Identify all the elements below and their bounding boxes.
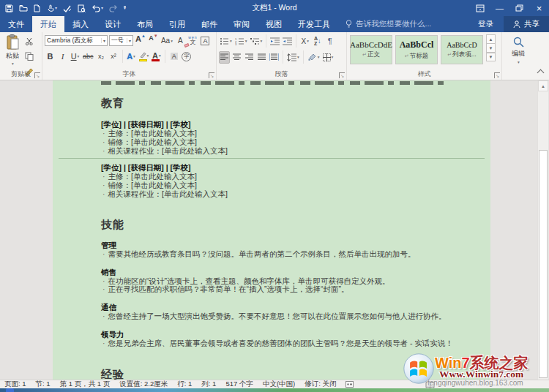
text-effects-button[interactable]: A▾ <box>126 50 137 63</box>
shrink-font-button[interactable]: A▼ <box>148 34 159 47</box>
borders-button[interactable]: ▾ <box>322 51 335 64</box>
numbering-button[interactable]: 123▾ <box>234 35 248 48</box>
skill-title: 领导力 <box>101 330 490 339</box>
font-size-combo[interactable]: 一号▾ <box>109 35 133 46</box>
ribbon-tab-row: 文件 开始 插入 设计 布局 引用 邮件 审阅 视图 开发工具 告诉我您想要做什… <box>0 16 549 32</box>
gallery-more-icon[interactable]: ▼ <box>486 52 496 61</box>
row-divider <box>59 158 485 159</box>
asian-layout-button[interactable]: X▾ <box>299 35 310 48</box>
highlight-button[interactable]: ▾ <box>138 50 150 63</box>
align-right-button[interactable] <box>244 51 255 64</box>
strikethrough-button[interactable]: abc <box>82 50 94 63</box>
tab-developer[interactable]: 开发工具 <box>290 16 338 32</box>
styles-group-label: 样式 <box>347 69 501 79</box>
scroll-up-icon[interactable]: ▲ <box>538 80 548 91</box>
editing-button[interactable]: 编辑 ▾ <box>502 34 534 64</box>
paragraph-group: ▾ 123▾ ▾ X▾ AZ↓ ¶ ▾ ▾ ▾ <box>217 32 347 80</box>
entry-title: [学位] | [获得日期] | [学校] <box>101 163 490 172</box>
skill-bullet: 您是兄弟会主席、居民董事会领导或者喜爱的慈善团体的团队主管吗？您是天生的领导者 … <box>102 339 490 348</box>
paragraph-dialog-launcher[interactable]: ↘ <box>339 72 345 78</box>
style-list-item[interactable]: AaBbCcD 列表项... <box>441 35 483 64</box>
font-name-combo[interactable]: Cambria (西文标▾ <box>45 35 108 46</box>
paste-icon <box>6 34 20 50</box>
highlighter-icon <box>139 52 146 59</box>
tab-view[interactable]: 视图 <box>258 16 290 32</box>
superscript-button[interactable]: x² <box>108 50 119 63</box>
grow-font-button[interactable]: A▲ <box>135 34 146 47</box>
customize-qat-icon[interactable]: ▾ <box>124 6 126 10</box>
ink-editor-icon[interactable] <box>63 4 72 12</box>
decrease-indent-button[interactable] <box>269 35 280 48</box>
tab-review[interactable]: 审阅 <box>225 16 258 32</box>
tab-design[interactable]: 设计 <box>97 16 129 32</box>
tab-references[interactable]: 引用 <box>161 16 193 32</box>
clipped-text-line <box>101 81 447 85</box>
read-mode-icon[interactable] <box>425 381 435 388</box>
sign-in-button[interactable]: 登录 <box>468 16 504 32</box>
tab-layout[interactable]: 布局 <box>129 16 161 32</box>
show-hide-marks-button[interactable]: ¶ <box>324 35 335 48</box>
new-document-icon[interactable] <box>34 4 40 12</box>
save-icon[interactable] <box>5 4 13 12</box>
clear-formatting-button[interactable]: A <box>175 34 186 47</box>
bold-button[interactable]: B <box>45 50 56 63</box>
document-page[interactable]: 教育 [学位] | [获得日期] | [学校] 主修：[单击此处输入文本] 辅修… <box>53 80 490 380</box>
section-heading-skills: 技能 <box>101 218 490 232</box>
entry-bullet: 相关课程作业：[单击此处输入文本] <box>102 190 490 199</box>
style-section-heading[interactable]: AaBbCcl 节标题 <box>395 35 438 64</box>
print-preview-icon[interactable] <box>78 4 86 12</box>
cut-icon[interactable] <box>25 35 34 48</box>
entry-bullet: 相关课程作业：[单击此处输入文本] <box>102 147 490 156</box>
multilevel-list-button[interactable]: ▾ <box>250 35 264 48</box>
minimize-button[interactable]: — <box>490 0 509 16</box>
editing-group: 编辑 ▾ <box>502 32 534 80</box>
scrollbar-thumb[interactable] <box>539 150 548 378</box>
svg-text:3: 3 <box>235 42 237 45</box>
skill-bullet: 正在寻找匹配的求职信吗？非常简单！在“插入”选项卡上，选择“封面”。 <box>102 285 490 294</box>
undo-icon[interactable]: ▾ <box>92 4 103 12</box>
open-icon[interactable] <box>19 4 28 12</box>
italic-button[interactable]: I <box>57 50 68 63</box>
align-center-button[interactable] <box>231 51 242 64</box>
paste-button[interactable]: 粘贴 ▾ <box>2 34 23 69</box>
tab-file[interactable]: 文件 <box>0 16 32 32</box>
font-group-label: 字体 <box>42 69 216 79</box>
underline-button[interactable]: U▾ <box>70 50 81 63</box>
justify-button[interactable] <box>256 51 267 64</box>
enclose-characters-button[interactable]: 字 <box>181 50 192 63</box>
collapse-ribbon-icon[interactable] <box>537 69 545 77</box>
restore-button[interactable] <box>509 0 529 16</box>
macro-record-icon[interactable] <box>346 381 354 388</box>
bullets-button[interactable]: ▾ <box>219 35 233 48</box>
font-dialog-launcher[interactable]: ↘ <box>209 72 214 78</box>
tell-me-box[interactable]: 告诉我您想要做什么... <box>346 16 431 32</box>
shading-button[interactable]: ▾ <box>307 51 321 64</box>
close-button[interactable]: × <box>529 0 549 16</box>
character-border-button[interactable]: A <box>200 34 211 47</box>
ribbon-display-options-icon[interactable] <box>470 0 490 16</box>
line-spacing-button[interactable]: ▾ <box>286 51 300 64</box>
align-left-button[interactable] <box>219 51 230 64</box>
paragraph-group-label: 段落 <box>217 69 346 79</box>
share-button[interactable]: 共享 <box>504 16 549 32</box>
sort-button[interactable]: AZ↓ <box>312 35 323 48</box>
vertical-scrollbar[interactable]: ▲ <box>537 80 548 380</box>
subscript-button[interactable]: x₂ <box>96 50 107 63</box>
taskbar-button <box>6 388 14 392</box>
distribute-button[interactable] <box>269 51 280 64</box>
change-case-button[interactable]: Aa▾ <box>160 34 173 47</box>
status-bar: 页面: 1 节: 1 第 1 页，共 1 页 设置值: 2.2厘米 行: 1 列… <box>0 380 549 388</box>
entry-bullet: 辅修：[单击此处输入文本] <box>102 138 490 147</box>
touch-mode-icon[interactable]: ▾ <box>46 4 57 12</box>
clipboard-dialog-launcher[interactable]: ↘ <box>34 72 40 78</box>
styles-dialog-launcher[interactable]: ↘ <box>494 72 500 78</box>
tab-home[interactable]: 开始 <box>32 16 64 32</box>
font-color-button[interactable]: A▾ <box>151 50 162 63</box>
tab-mailings[interactable]: 邮件 <box>193 16 225 32</box>
style-normal[interactable]: AaBbCcDdE 正文 <box>350 35 392 64</box>
increase-indent-button[interactable] <box>282 35 293 48</box>
tab-insert[interactable]: 插入 <box>64 16 97 32</box>
character-shading-button[interactable]: A <box>168 50 179 63</box>
copy-icon[interactable] <box>25 50 34 64</box>
entry-title: [学位] | [获得日期] | [学校] <box>101 120 490 129</box>
